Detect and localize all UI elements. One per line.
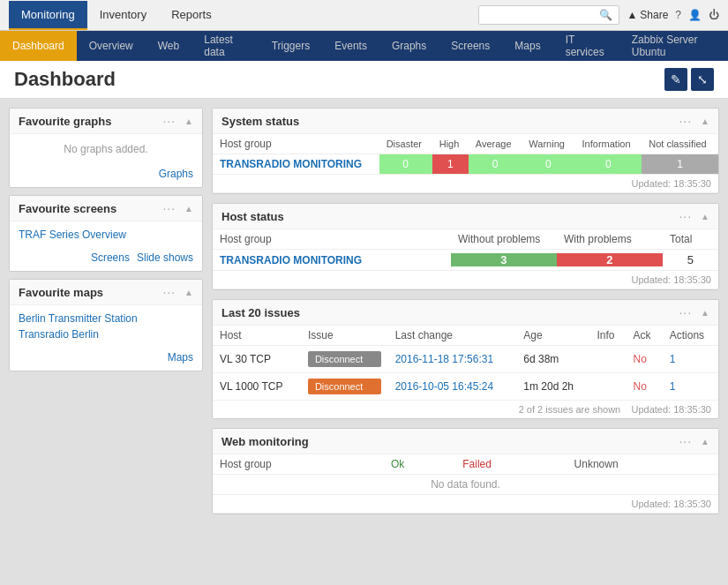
more-options-icon[interactable]: ···	[162, 114, 176, 128]
issues-col-last-change: Last change	[388, 326, 517, 346]
favourite-maps-footer: Maps	[10, 348, 202, 371]
nav-triggers[interactable]: Triggers	[259, 31, 323, 61]
graphs-link[interactable]: Graphs	[159, 168, 193, 180]
page-title: Dashboard	[14, 68, 116, 91]
host-col-group: Host group	[213, 229, 451, 250]
system-status-collapse-icon[interactable]: ▲	[701, 116, 709, 126]
search-icon: 🔍	[599, 9, 612, 21]
system-status-host-group[interactable]: TRANSRADIO MONITORING	[213, 154, 379, 175]
main-content: Favourite graphs ··· ▲ No graphs added. …	[0, 99, 728, 585]
issue-btn-2[interactable]: Disconnect	[301, 373, 388, 401]
issue-info-2	[589, 373, 626, 401]
right-panel: System status ··· ▲ Host group Disaster …	[212, 108, 719, 582]
col-not-classified: Not classified	[642, 134, 718, 154]
berlin-transmitter-link[interactable]: Berlin Transmitter Station	[19, 312, 138, 325]
search-input[interactable]	[484, 9, 599, 21]
web-col-ok: Ok	[384, 454, 455, 475]
screens-collapse-icon[interactable]: ▲	[184, 204, 193, 214]
web-monitoring-collapse-icon[interactable]: ▲	[701, 437, 709, 446]
web-monitoring-more-icon[interactable]: ···	[679, 434, 692, 448]
host-col-without: Without problems	[451, 229, 557, 250]
col-host-group: Host group	[213, 134, 379, 154]
nav-latest-data[interactable]: Latest data	[191, 31, 259, 61]
host-status-body: Host group Without problems With problem…	[213, 229, 718, 289]
search-box[interactable]: 🔍	[478, 5, 619, 25]
maps-more-icon[interactable]: ···	[162, 285, 176, 299]
maps-collapse-icon[interactable]: ▲	[184, 288, 193, 297]
web-monitoring-actions: ··· ▲	[679, 434, 709, 448]
high-cell: 1	[432, 154, 469, 174]
page-title-bar: Dashboard ✎ ⤡	[0, 61, 728, 99]
transradio-berlin-link[interactable]: Transradio Berlin	[19, 328, 99, 341]
nav-overview[interactable]: Overview	[77, 31, 146, 61]
favourite-screens-title: Favourite screens	[19, 202, 162, 215]
screens-link[interactable]: Screens	[91, 251, 130, 264]
top-nav-reports[interactable]: Reports	[159, 1, 224, 30]
top-nav-inventory[interactable]: Inventory	[87, 1, 159, 30]
system-status-title: System status	[221, 115, 679, 128]
issues-table: Host Issue Last change Age Info Ack Acti…	[213, 326, 718, 401]
table-row: VL 1000 TCP Disconnect 2016-10-05 16:45:…	[213, 373, 718, 401]
web-monitoring-title: Web monitoring	[221, 435, 679, 448]
favourite-screens-widget: Favourite screens ··· ▲ TRAF Series Over…	[9, 195, 203, 272]
issues-col-host: Host	[213, 326, 301, 346]
system-status-updated-row: Updated: 18:35:30	[213, 175, 718, 193]
system-status-more-icon[interactable]: ···	[679, 114, 692, 128]
fullscreen-button[interactable]: ⤡	[691, 68, 714, 91]
share-button[interactable]: ▲ Share	[627, 9, 668, 21]
web-updated-row: Updated: 18:35:30	[213, 495, 718, 514]
traf-series-link[interactable]: TRAF Series Overview	[19, 229, 126, 241]
nav-maps[interactable]: Maps	[502, 31, 552, 61]
col-information: Information	[575, 134, 642, 154]
col-average: Average	[469, 134, 522, 154]
user-icon[interactable]: 👤	[688, 9, 702, 21]
host-status-header: Host status ··· ▲	[213, 204, 718, 229]
host-status-table: Host group Without problems With problem…	[213, 229, 718, 289]
disaster-cell: 0	[379, 154, 432, 174]
host-status-group[interactable]: TRANSRADIO MONITORING	[213, 250, 451, 271]
issues-title: Last 20 issues	[221, 306, 679, 319]
nav-screens[interactable]: Screens	[439, 31, 502, 61]
nav-web[interactable]: Web	[146, 31, 191, 61]
favourite-graphs-body: No graphs added.	[10, 134, 202, 164]
slide-shows-link[interactable]: Slide shows	[137, 251, 193, 264]
issues-col-actions: Actions	[663, 326, 718, 346]
nav-dashboard[interactable]: Dashboard	[0, 31, 77, 61]
favourite-graphs-footer: Graphs	[10, 164, 202, 187]
edit-dashboard-button[interactable]: ✎	[664, 68, 687, 91]
table-row: TRANSRADIO MONITORING 0 1 0 0 0 1	[213, 154, 718, 175]
nav-graphs[interactable]: Graphs	[379, 31, 439, 61]
issue-age-1: 6d 38m	[516, 346, 589, 373]
favourite-graphs-title: Favourite graphs	[19, 115, 162, 128]
issues-shown-text: 2 of 2 issues are shown	[519, 404, 621, 415]
issue-host-1: VL 30 TCP	[213, 346, 301, 373]
widget-actions: ··· ▲	[162, 114, 193, 128]
maps-link[interactable]: Maps	[168, 351, 193, 364]
issues-more-icon[interactable]: ···	[679, 305, 692, 319]
power-icon[interactable]: ⏻	[709, 9, 719, 21]
server-name: Zabbix Server Ubuntu	[619, 34, 728, 58]
screens-more-icon[interactable]: ···	[162, 201, 176, 215]
issue-btn-1[interactable]: Disconnect	[301, 346, 388, 373]
host-status-more-icon[interactable]: ···	[679, 209, 692, 223]
issues-col-age: Age	[516, 326, 589, 346]
issue-actions-2[interactable]: 1	[663, 373, 718, 401]
system-status-table: Host group Disaster High Average Warning…	[213, 134, 718, 193]
second-navigation: Dashboard Overview Web Latest data Trigg…	[0, 31, 728, 61]
web-updated: Updated: 18:35:30	[213, 495, 718, 514]
help-icon[interactable]: ?	[675, 9, 681, 21]
nav-events[interactable]: Events	[322, 31, 379, 61]
system-status-updated: Updated: 18:35:30	[213, 175, 718, 193]
nav-it-services[interactable]: IT services	[553, 31, 619, 61]
host-col-with: With problems	[557, 229, 663, 250]
disconnect-button-1[interactable]: Disconnect	[308, 351, 381, 367]
disconnect-button-2[interactable]: Disconnect	[308, 379, 381, 394]
top-nav-monitoring[interactable]: Monitoring	[9, 1, 87, 30]
with-problems-bar: 2	[557, 253, 663, 266]
collapse-icon[interactable]: ▲	[184, 116, 193, 126]
issue-actions-1[interactable]: 1	[663, 346, 718, 373]
host-col-total: Total	[663, 229, 718, 250]
issues-collapse-icon[interactable]: ▲	[701, 308, 709, 318]
host-status-collapse-icon[interactable]: ▲	[701, 212, 709, 221]
favourite-screens-body: TRAF Series Overview	[10, 221, 202, 248]
